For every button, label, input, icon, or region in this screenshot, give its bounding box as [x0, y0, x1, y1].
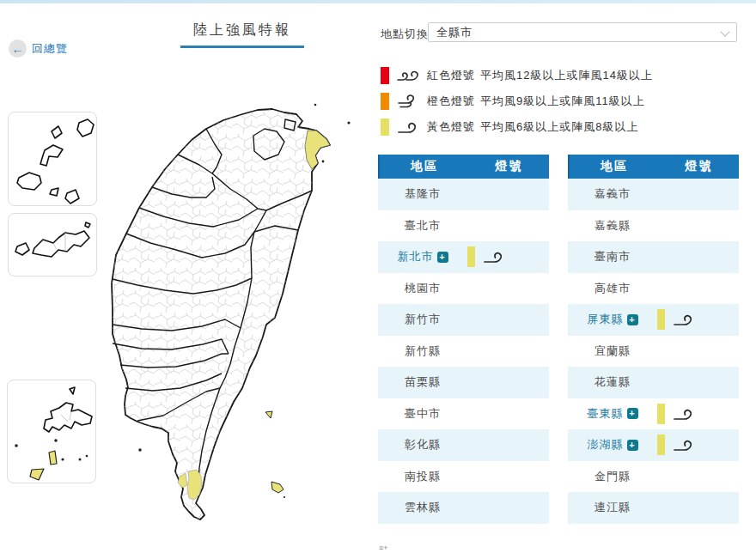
signal-cell — [657, 404, 737, 424]
legend-name: 黃色燈號 — [427, 119, 480, 135]
table-row: 金門縣 — [568, 461, 739, 493]
region-label: 嘉義縣 — [594, 218, 631, 234]
table-row: 宜蘭縣 — [568, 336, 739, 368]
region-cell: 新北市+ — [378, 249, 467, 264]
signal-legend: 紅色燈號 平均風12級以上或陣風14級以上 橙色燈號 平均風9級以上或陣風11級… — [381, 63, 750, 140]
table-row: 新竹縣 — [378, 336, 549, 368]
region-label: 苗栗縣 — [405, 374, 441, 390]
region-cell: 基隆市 — [378, 186, 467, 202]
matsu-islands — [17, 119, 94, 204]
column-header-region: 地區 — [570, 159, 659, 174]
inset-matsu[interactable] — [8, 112, 97, 206]
signal-bar-yellow — [467, 246, 475, 267]
table-row: 連江縣 — [568, 492, 739, 524]
region-label: 連江縣 — [594, 500, 631, 515]
region-cell: 屏東縣+ — [568, 312, 657, 327]
warning-table-east: 地區燈號嘉義市嘉義縣臺南市高雄市屏東縣+ 宜蘭縣花蓮縣臺東縣+ 澎湖縣+ 金門縣… — [568, 155, 739, 524]
region-label: 臺南市 — [594, 249, 631, 264]
region-label: 臺中市 — [405, 406, 441, 422]
region-cell: 彰化縣 — [378, 437, 467, 453]
region-label: 新竹市 — [405, 312, 441, 327]
table-row: 澎湖縣+ — [568, 429, 739, 461]
table-row: 臺中市 — [378, 398, 549, 430]
region-cell: 嘉義縣 — [568, 218, 657, 234]
location-select[interactable]: 全縣市 — [428, 22, 737, 42]
table-row: 花蓮縣 — [568, 367, 739, 398]
table-row: 屏東縣+ — [568, 304, 739, 336]
legend-name: 紅色燈號 — [427, 68, 480, 83]
table-row: 雲林縣 — [378, 492, 549, 524]
wind-icon — [672, 310, 698, 329]
region-label: 花蓮縣 — [594, 374, 631, 390]
red-signal-swatch — [381, 67, 389, 84]
region-cell: 澎湖縣+ — [568, 437, 657, 453]
penghu-islands — [44, 387, 92, 432]
region-label[interactable]: 新北市 — [398, 249, 434, 264]
region-label: 高雄市 — [594, 281, 631, 296]
region-label: 臺北市 — [405, 218, 441, 234]
legend-desc: 平均風6級以上或陣風8級以上 — [480, 119, 638, 135]
legend-row-yellow: 黃色燈號 平均風6級以上或陣風8級以上 — [381, 114, 750, 140]
table-row: 苗栗縣 — [378, 367, 549, 398]
table-row: 嘉義縣 — [568, 210, 739, 242]
region-cell: 臺東縣+ — [568, 406, 657, 422]
column-header-signal: 燈號 — [469, 159, 549, 174]
expand-plus-icon[interactable]: + — [627, 440, 638, 451]
signal-bar-yellow — [657, 309, 665, 330]
legend-desc: 平均風12級以上或陣風14級以上 — [480, 68, 653, 83]
table-row: 臺南市 — [568, 241, 739, 273]
region-cell: 桃園市 — [378, 281, 467, 296]
region-cell: 臺中市 — [378, 406, 467, 422]
region-cell: 臺北市 — [378, 218, 467, 234]
region-label: 彰化縣 — [405, 437, 441, 453]
expand-plus-icon[interactable]: + — [627, 314, 638, 325]
expand-plus-icon[interactable]: + — [437, 252, 448, 263]
signal-cell — [467, 246, 547, 267]
region-label: 南投縣 — [405, 469, 441, 484]
inset-penghu[interactable] — [7, 380, 96, 483]
kinmen-islands — [15, 222, 90, 257]
wind-icon — [672, 435, 698, 454]
inset-kinmen[interactable] — [8, 213, 97, 276]
highlight-northeast-cape[interactable] — [305, 131, 330, 169]
table-row: 臺東縣+ — [568, 398, 739, 430]
column-header-region: 地區 — [380, 159, 469, 174]
region-cell: 高雄市 — [568, 281, 657, 296]
region-label[interactable]: 臺東縣 — [588, 406, 624, 422]
table-row: 高雄市 — [568, 273, 739, 305]
wind-light-icon — [396, 118, 422, 137]
region-cell: 花蓮縣 — [568, 374, 657, 390]
table-header: 地區燈號 — [568, 155, 739, 179]
legend-desc: 平均風9級以上或陣風11級以上 — [480, 94, 645, 109]
region-cell: 臺南市 — [568, 249, 657, 264]
wind-icon — [672, 404, 698, 423]
signal-cell — [657, 434, 737, 455]
legend-name: 橙色燈號 — [427, 94, 480, 109]
column-header-signal: 燈號 — [659, 159, 739, 174]
table-row: 新北市+ — [378, 241, 549, 273]
wind-medium-icon — [396, 92, 422, 111]
region-cell: 連江縣 — [568, 500, 657, 515]
highlight-orchid-island[interactable] — [271, 482, 284, 493]
wind-icon — [482, 247, 508, 266]
location-switch-label: 地點切換 — [381, 27, 429, 42]
signal-cell — [657, 309, 737, 330]
region-label[interactable]: 屏東縣 — [588, 312, 624, 327]
region-cell: 嘉義市 — [568, 186, 657, 202]
legend-row-red: 紅色燈號 平均風12級以上或陣風14級以上 — [381, 63, 750, 88]
region-label[interactable]: 澎湖縣 — [588, 437, 624, 453]
region-label: 金門縣 — [594, 469, 631, 484]
penghu-warning-islets[interactable] — [30, 451, 57, 480]
table-row: 桃園市 — [378, 273, 549, 305]
table-row: 南投縣 — [378, 461, 549, 493]
expand-plus-icon[interactable]: + — [627, 408, 638, 419]
wind-strong-icon — [396, 66, 422, 85]
table-row: 基隆市 — [378, 179, 549, 210]
highlight-green-island[interactable] — [265, 411, 272, 418]
orange-signal-swatch — [381, 93, 389, 110]
region-cell: 金門縣 — [568, 469, 657, 484]
warning-table-west: 地區燈號基隆市臺北市新北市+ 桃園市新竹市新竹縣苗栗縣臺中市彰化縣南投縣雲林縣 — [378, 155, 549, 524]
region-label: 基隆市 — [405, 186, 441, 202]
region-cell: 宜蘭縣 — [568, 343, 657, 359]
region-label: 雲林縣 — [405, 500, 441, 515]
